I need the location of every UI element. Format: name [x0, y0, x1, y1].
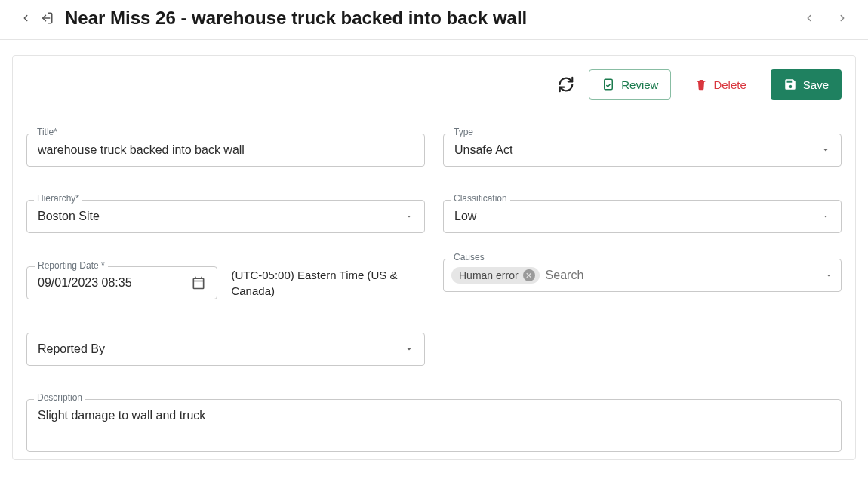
- type-label: Type: [451, 127, 476, 137]
- hierarchy-field: Hierarchy* Boston Site: [26, 200, 425, 233]
- chevron-down-icon: [405, 212, 414, 221]
- reported-by-select[interactable]: Reported By: [26, 333, 425, 366]
- back-icon[interactable]: [15, 8, 36, 29]
- cause-chip: Human error ✕: [451, 267, 540, 284]
- save-label: Save: [803, 78, 829, 91]
- calendar-icon[interactable]: [191, 275, 206, 290]
- title-input[interactable]: warehouse truck backed into back wall: [26, 134, 425, 167]
- type-select[interactable]: Unsafe Act: [443, 134, 842, 167]
- top-bar: Near Miss 26 - warehouse truck backed in…: [0, 0, 868, 40]
- description-label: Description: [34, 392, 85, 403]
- reporting-date-input[interactable]: Reporting Date * 09/01/2023 08:35: [26, 266, 217, 299]
- exit-icon[interactable]: [36, 8, 57, 29]
- chevron-down-icon: [824, 271, 833, 280]
- causes-select[interactable]: Human error ✕: [443, 259, 842, 292]
- reported-by-field: Reported By: [26, 333, 425, 366]
- delete-button[interactable]: Delete: [683, 70, 758, 99]
- action-row: Review Delete Save: [26, 69, 842, 112]
- page-title: Near Miss 26 - warehouse truck backed in…: [65, 8, 799, 29]
- causes-search-input[interactable]: [546, 269, 818, 282]
- chevron-down-icon: [821, 212, 830, 221]
- reporting-date-label: Reporting Date *: [35, 260, 108, 271]
- form-card: Review Delete Save Title* warehouse truc…: [12, 55, 856, 460]
- chip-remove-icon[interactable]: ✕: [523, 269, 535, 281]
- title-field: Title* warehouse truck backed into back …: [26, 134, 425, 167]
- classification-label: Classification: [451, 193, 510, 204]
- type-field: Type Unsafe Act: [443, 134, 842, 167]
- review-button[interactable]: Review: [589, 69, 671, 100]
- refresh-icon[interactable]: [556, 74, 577, 95]
- trash-icon: [695, 78, 707, 91]
- description-field: Description Slight damage to wall and tr…: [26, 399, 842, 452]
- timezone-text: (UTC-05:00) Eastern Time (US & Canada): [231, 267, 425, 299]
- delete-label: Delete: [713, 78, 746, 91]
- classification-select[interactable]: Low: [443, 200, 842, 233]
- clipboard-icon: [602, 78, 615, 91]
- prev-record-icon[interactable]: [799, 8, 820, 29]
- form-grid: Title* warehouse truck backed into back …: [26, 112, 842, 452]
- review-label: Review: [621, 78, 658, 91]
- next-record-icon[interactable]: [832, 8, 853, 29]
- save-button[interactable]: Save: [771, 69, 842, 100]
- hierarchy-label: Hierarchy*: [34, 193, 82, 204]
- title-label: Title*: [34, 127, 60, 137]
- classification-field: Classification Low: [443, 200, 842, 233]
- description-textarea[interactable]: Slight damage to wall and truck: [26, 399, 842, 452]
- hierarchy-select[interactable]: Boston Site: [26, 200, 425, 233]
- chevron-down-icon: [405, 345, 414, 354]
- reporting-date-field: Reporting Date * 09/01/2023 08:35 (UTC-0…: [26, 266, 425, 299]
- chevron-down-icon: [821, 146, 830, 155]
- causes-field: Causes Human error ✕: [443, 259, 842, 299]
- causes-label: Causes: [451, 252, 488, 262]
- svg-rect-1: [605, 79, 613, 90]
- save-icon: [783, 78, 797, 91]
